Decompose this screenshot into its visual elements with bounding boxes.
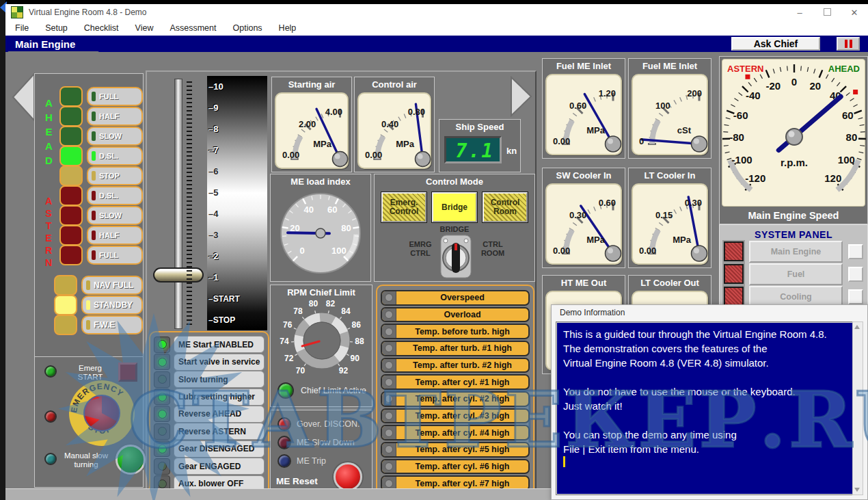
svg-text:84: 84 (341, 306, 351, 316)
close-button[interactable]: ✕ (841, 8, 868, 18)
telegraph-button[interactable]: STOP (87, 166, 143, 185)
standby-button[interactable]: STANDBY (81, 295, 143, 315)
lamp-bar-icon (92, 191, 96, 200)
alarm-row[interactable]: Temp. after cyl. #5 high (381, 442, 530, 458)
alarm-row[interactable]: Temp. after cyl. #6 high (381, 459, 530, 475)
svg-text:0: 0 (300, 246, 305, 256)
fwe-button[interactable]: F.W.E (81, 315, 143, 334)
alarm-row[interactable]: Overload (381, 307, 530, 323)
telegraph-button[interactable]: HALF (87, 107, 143, 126)
alarm-row[interactable]: Temp. before turb. high (381, 324, 530, 339)
emergency-panel: Emerg START EMERGENCY STOP Man (34, 356, 144, 488)
telegraph-button[interactable]: FULL (87, 87, 143, 106)
telegraph-button[interactable]: D.SL. (87, 186, 143, 205)
system-row-checkbox[interactable] (848, 267, 863, 282)
ahead-label: AHEAD (43, 97, 55, 169)
rpm-chief-limit-dial[interactable]: 707274767880828486889092 (271, 299, 373, 382)
scale-label: 9 (207, 97, 267, 118)
menu-help[interactable]: Help (279, 23, 297, 33)
scale-label: 8 (207, 118, 267, 140)
ahead-zone-label: AHEAD (828, 64, 860, 74)
svg-text:-60: -60 (733, 109, 748, 121)
ship-speed-unit: kn (506, 146, 517, 156)
maximize-button[interactable] (813, 8, 841, 18)
alarm-row[interactable]: Temp. after turb. #2 high (381, 358, 530, 373)
alarm-row[interactable]: Overspeed (381, 290, 530, 306)
svg-text:82: 82 (326, 299, 336, 308)
lamp-bar-icon (92, 250, 96, 260)
me-trip-led (277, 454, 291, 468)
scroll-down-arrow-icon[interactable] (853, 485, 861, 495)
svg-text:70: 70 (296, 366, 306, 376)
me-load-index-dial: 020406080100 (271, 188, 370, 280)
alarm-row[interactable]: Temp. after cyl. #3 high (381, 408, 530, 424)
status-led (154, 458, 170, 475)
telegraph-lamp (59, 205, 83, 226)
control-mode-selector-switch[interactable] (440, 235, 472, 281)
telegraph-row: SLOW (59, 207, 143, 224)
demo-information-window: Demo Information This is a guided tour t… (551, 304, 868, 500)
system-row-checkbox[interactable] (848, 289, 863, 304)
nav-full-button[interactable]: NAV FULL (81, 276, 143, 295)
main-engine-speed-title: Main Engine Speed (720, 207, 867, 224)
scale-label: START (207, 288, 267, 309)
alarm-led (382, 426, 396, 439)
status-led (154, 423, 170, 440)
menu-options[interactable]: Options (233, 23, 262, 33)
alarm-row[interactable]: Temp. after turb. #1 high (381, 341, 530, 356)
system-row: Main Engine (720, 240, 867, 263)
previous-panel-arrow[interactable] (11, 73, 37, 122)
scale-label: 3 (207, 224, 267, 246)
emerg-start-led (44, 365, 57, 378)
menu-assessment[interactable]: Assessment (169, 23, 216, 33)
alarm-row[interactable]: Temp. after cyl. #4 high (381, 425, 530, 440)
alarm-row[interactable]: Temp. after cyl. #2 high (381, 391, 530, 407)
alarm-led (382, 443, 396, 456)
menu-view[interactable]: View (135, 23, 154, 33)
me-reset-button[interactable] (334, 462, 362, 491)
system-fuel-button[interactable]: Fuel (749, 263, 843, 285)
ask-chief-button[interactable]: Ask Chief (731, 37, 820, 51)
minimize-button[interactable]: – (786, 8, 813, 18)
alarm-led (382, 359, 396, 372)
alarm-indicator-square (724, 241, 744, 261)
alarm-led (382, 376, 396, 389)
status-row: ME Start ENABLED (154, 336, 265, 353)
demo-scrollbar[interactable] (852, 321, 863, 495)
scroll-up-arrow-icon[interactable] (853, 322, 861, 332)
nav-full-lamp (54, 275, 77, 295)
telegraph-lamp (59, 185, 83, 206)
pause-button[interactable] (837, 37, 860, 51)
telegraph-row: HALF (59, 107, 143, 125)
control-room-button[interactable]: Control Room (483, 192, 528, 222)
telegraph-row: FULL (59, 88, 143, 105)
emergency-stop-button[interactable]: EMERGENCY STOP (68, 379, 136, 450)
bridge-button[interactable]: Bridge (432, 192, 477, 222)
menu-file[interactable]: File (15, 23, 29, 33)
telegraph-lever-handle[interactable] (153, 267, 204, 282)
menu-checklist[interactable]: Checklist (84, 23, 119, 33)
me-reset-label: ME Reset (276, 476, 318, 486)
demo-text-area[interactable]: This is a guided tour through the Virtua… (556, 321, 854, 495)
svg-text:88: 88 (355, 337, 364, 346)
telegraph-button[interactable]: D.SL. (87, 146, 143, 166)
gauge-lt-cooler-in: LT Cooler In 0.000.15 0.30MPa (628, 168, 711, 268)
lamp-bar-icon (92, 171, 96, 181)
system-row-checkbox[interactable] (848, 244, 863, 259)
status-led (154, 337, 170, 353)
status-list: ME Start ENABLED Start valve in service … (149, 331, 269, 497)
slow-turning-button[interactable] (116, 445, 146, 475)
telegraph-button[interactable]: FULL (87, 246, 143, 265)
alarm-row[interactable]: Temp. after cyl. #1 high (381, 374, 530, 390)
next-panel-arrow[interactable] (509, 76, 534, 117)
telegraph-button[interactable]: SLOW (87, 127, 143, 146)
emerg-control-button[interactable]: Emerg. Control (381, 192, 426, 222)
system-main-engine-button[interactable]: Main Engine (749, 241, 843, 263)
menu-setup[interactable]: Setup (45, 23, 68, 33)
alarm-list: Overspeed Overload Temp. before turb. hi… (376, 285, 534, 497)
svg-text:92: 92 (339, 366, 349, 376)
telegraph-button[interactable]: HALF (87, 226, 143, 245)
alarm-led (382, 325, 396, 338)
scale-label: 7 (207, 140, 267, 161)
telegraph-button[interactable]: SLOW (87, 206, 143, 225)
